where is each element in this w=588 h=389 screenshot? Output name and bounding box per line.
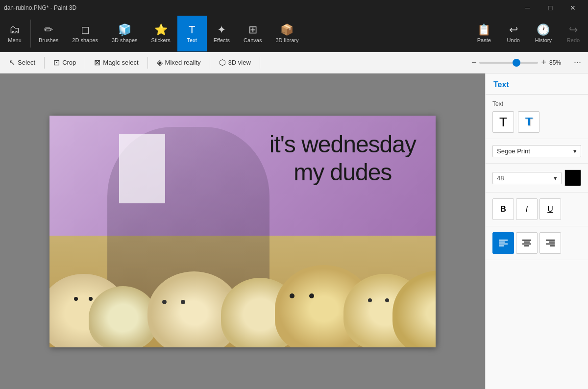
bold-button[interactable]: B	[492, 198, 514, 220]
undo-icon: ↩	[509, 24, 518, 35]
toolbar-crop-label: Crop	[62, 59, 76, 66]
text-style-row: T 𝗧	[492, 111, 581, 133]
ribbon-stickers-button[interactable]: ⭐Stickers	[145, 16, 177, 51]
svg-rect-6	[522, 243, 531, 244]
underline-button[interactable]: U	[539, 198, 561, 220]
ribbon-canvas-button[interactable]: ⊞Canvas	[237, 16, 269, 51]
ribbon-2dshapes-button[interactable]: ◻2D shapes	[65, 16, 105, 51]
ribbon-effects-label: Effects	[214, 37, 230, 43]
canvas-area[interactable]: it's wednesday my dudes	[0, 73, 485, 389]
ribbon-text-label: Text	[187, 37, 197, 43]
font-selector[interactable]: Segoe Print ▾	[492, 145, 581, 157]
right-panel: Text Text T 𝗧 Segoe Print ▾ 48 ▾	[485, 73, 588, 389]
toolbar-more-button[interactable]: ···	[571, 56, 584, 69]
zoom-label: 85%	[549, 59, 567, 66]
svg-rect-1	[499, 242, 505, 243]
3d-view-icon: ⬡	[219, 58, 226, 67]
ribbon-3dshapes-button[interactable]: 🧊3D shapes	[105, 16, 145, 51]
toolbar-right: − + 85% ···	[471, 56, 584, 69]
ribbon-divider	[30, 20, 31, 48]
ribbon: 🗂Menu✏Brushes◻2D shapes🧊3D shapes⭐Sticke…	[0, 16, 588, 52]
toolbar: ↖Select⊡Crop⊠Magic select◈Mixed reality⬡…	[0, 52, 588, 73]
3dshapes-icon: 🧊	[118, 24, 131, 35]
size-chevron: ▾	[554, 174, 557, 182]
svg-rect-4	[522, 240, 531, 241]
ribbon-history-button[interactable]: 🕐History	[528, 16, 559, 51]
svg-rect-3	[499, 245, 504, 246]
ribbon-canvas-label: Canvas	[244, 37, 262, 43]
font-section: Segoe Print ▾	[486, 139, 588, 164]
mixed-reality-icon: ◈	[157, 58, 163, 67]
menu-icon: 🗂	[9, 24, 20, 35]
ribbon-paste-button[interactable]: 📋Paste	[469, 16, 499, 51]
align-section	[486, 226, 588, 260]
format-row: B I U	[492, 198, 581, 220]
2dshapes-icon: ◻	[81, 24, 90, 35]
toolbar-mixed-reality-label: Mixed reality	[165, 59, 201, 66]
svg-rect-8	[546, 240, 555, 241]
svg-rect-11	[550, 245, 555, 246]
ribbon-paste-label: Paste	[477, 37, 491, 43]
ribbon-2dshapes-label: 2D shapes	[72, 37, 98, 43]
ribbon-brushes-label: Brushes	[39, 37, 58, 43]
toolbar-separator	[147, 57, 148, 69]
flat-text-button[interactable]: T	[492, 111, 514, 133]
maximize-button[interactable]: □	[539, 0, 562, 16]
ribbon-redo-button: ↪Redo	[559, 16, 588, 51]
align-row	[492, 232, 581, 254]
toolbar-mixed-reality-button[interactable]: ◈Mixed reality	[152, 56, 206, 69]
ribbon-3dlibrary-button[interactable]: 📦3D library	[269, 16, 305, 51]
svg-rect-9	[549, 242, 555, 243]
toolbar-separator	[260, 57, 260, 69]
main-area: it's wednesday my dudes	[0, 73, 588, 389]
text-style-section: Text T 𝗧	[486, 95, 588, 139]
ribbon-menu-button[interactable]: 🗂Menu	[0, 16, 29, 51]
align-right-button[interactable]	[539, 232, 561, 254]
zoom-plus[interactable]: +	[541, 57, 546, 68]
ribbon-brushes-button[interactable]: ✏Brushes	[32, 16, 65, 51]
size-color-section: 48 ▾	[486, 164, 588, 193]
svg-rect-0	[499, 240, 508, 241]
minimize-button[interactable]: ─	[516, 0, 539, 16]
svg-rect-2	[499, 243, 508, 244]
3dlibrary-icon: 📦	[280, 24, 294, 35]
zoom-minus[interactable]: −	[471, 57, 477, 68]
font-name: Segoe Print	[497, 147, 530, 155]
toolbar-magic-select-button[interactable]: ⊠Magic select	[89, 56, 143, 69]
select-icon: ↖	[9, 58, 15, 67]
history-icon: 🕐	[537, 24, 550, 35]
zoom-control: − + 85%	[471, 57, 567, 68]
font-size-select[interactable]: 48 ▾	[492, 172, 562, 184]
toolbar-magic-select-label: Magic select	[103, 59, 138, 66]
ribbon-undo-button[interactable]: ↩Undo	[499, 16, 528, 51]
paste-icon: 📋	[477, 24, 490, 35]
canvas-icon: ⊞	[248, 24, 257, 35]
italic-button[interactable]: I	[516, 198, 538, 220]
ribbon-redo-label: Redo	[567, 37, 580, 43]
svg-rect-5	[524, 242, 530, 243]
crop-icon: ⊡	[53, 58, 60, 67]
canvas-image: it's wednesday my dudes	[49, 116, 436, 347]
align-left-button[interactable]	[492, 232, 514, 254]
text-style-label: Text	[492, 100, 581, 107]
magic-select-icon: ⊠	[94, 58, 100, 67]
toolbar-separator	[85, 57, 85, 69]
ribbon-3dshapes-label: 3D shapes	[112, 37, 138, 43]
toolbar-select-button[interactable]: ↖Select	[4, 56, 40, 69]
redo-icon: ↪	[569, 24, 578, 35]
zoom-slider[interactable]	[479, 62, 538, 64]
toolbar-crop-button[interactable]: ⊡Crop	[49, 56, 81, 69]
svg-rect-7	[524, 245, 529, 246]
ribbon-text-button[interactable]: TText	[177, 16, 207, 51]
close-button[interactable]: ✕	[562, 0, 584, 16]
toolbar-3d-view-button[interactable]: ⬡3D view	[214, 56, 256, 69]
toolbar-select-label: Select	[18, 59, 35, 66]
ribbon-stickers-label: Stickers	[151, 37, 171, 43]
color-swatch[interactable]	[564, 170, 581, 186]
3d-text-button[interactable]: 𝗧	[518, 111, 539, 133]
ribbon-effects-button[interactable]: ✦Effects	[207, 16, 237, 51]
ribbon-menu-label: Menu	[8, 37, 22, 43]
align-center-button[interactable]	[516, 232, 538, 254]
brushes-icon: ✏	[44, 24, 53, 35]
text-icon: T	[189, 24, 195, 35]
